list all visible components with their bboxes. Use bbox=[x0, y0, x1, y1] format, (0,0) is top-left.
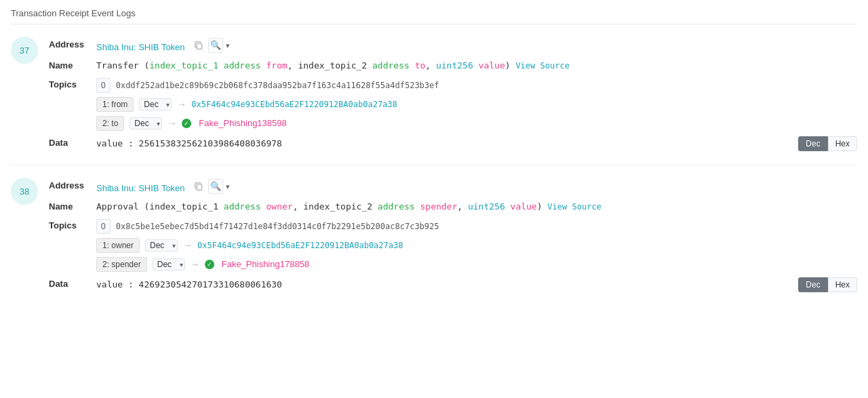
topic-decode-1-37[interactable]: Dec Hex bbox=[139, 98, 172, 111]
topic-label-2-37: 2: to bbox=[96, 116, 124, 131]
topic-row-2-38: 2: spender Dec Hex → ✓ Fake_Phishing1788… bbox=[96, 257, 857, 272]
data-label-38: Data bbox=[49, 277, 96, 289]
data-row-inner-38: value : 426923054270173310680061630 Dec … bbox=[96, 277, 857, 292]
topic-row-0-37: 0 0xddf252ad1be2c89b69c2b068fc378daa952b… bbox=[96, 78, 857, 93]
copy-button-38[interactable] bbox=[193, 182, 205, 191]
address-value-38: Shiba Inu: SHIB Token 🔍 ▾ bbox=[96, 179, 857, 195]
view-source-38[interactable]: View Source bbox=[547, 202, 601, 212]
topic-row-1-38: 1: owner Dec Hex → 0x5F464c94e93CEbd56aE… bbox=[96, 238, 857, 253]
phishing-icon-2-38: ✓ bbox=[205, 260, 214, 269]
log-body-37: Address Shiba Inu: SHIB Token 🔍 ▾ bbox=[49, 35, 857, 154]
name-label-38: Name bbox=[49, 200, 96, 212]
topics-container-38: 0 0x8c5be1e5ebec7d5bd14f71427d1e84f3dd03… bbox=[96, 219, 857, 272]
data-row-inner-37: value : 256153832562103986408036978 Dec … bbox=[96, 136, 857, 151]
address-link-37[interactable]: Shiba Inu: SHIB Token bbox=[96, 42, 185, 52]
topic-phishing-2-38[interactable]: Fake_Phishing178858 bbox=[222, 258, 309, 271]
data-row-38: Data value : 426923054270173310680061630… bbox=[49, 275, 857, 295]
data-buttons-37: Dec Hex bbox=[798, 136, 857, 151]
dec-button-38[interactable]: Dec bbox=[798, 277, 827, 292]
address-label-37: Address bbox=[49, 38, 96, 49]
topic-label-1-38: 1: owner bbox=[96, 238, 140, 253]
data-value-text-38: value : 426923054270173310680061630 bbox=[96, 278, 798, 292]
topics-row-37: Topics 0 0xddf252ad1be2c89b69c2b068fc378… bbox=[49, 75, 857, 134]
zoom-icon-38[interactable]: 🔍 bbox=[208, 179, 223, 194]
dec-button-37[interactable]: Dec bbox=[798, 136, 827, 151]
svg-rect-0 bbox=[197, 43, 201, 49]
log-entry-38: 38 Address Shiba Inu: SHIB Token 🔍 bbox=[11, 165, 857, 306]
topic-select-1-38[interactable]: Dec Hex bbox=[145, 239, 178, 252]
hex-button-37[interactable]: Hex bbox=[828, 136, 857, 151]
name-value-37: Transfer (index_topic_1 address from, in… bbox=[96, 59, 857, 73]
phishing-icon-2-37: ✓ bbox=[182, 119, 191, 128]
arrow-icon-1-37: → bbox=[177, 98, 186, 111]
svg-rect-1 bbox=[197, 184, 201, 190]
hex-button-38[interactable]: Hex bbox=[828, 277, 857, 292]
arrow-icon-2-38: → bbox=[191, 258, 199, 271]
topic-index-0-37: 0 bbox=[96, 78, 111, 93]
page-title: Transaction Receipt Event Logs bbox=[0, 0, 868, 24]
topic-row-1-37: 1: from Dec Hex → 0x5F464c94e93CEbd56aE2… bbox=[96, 97, 857, 112]
topic-label-2-38: 2: spender bbox=[96, 257, 147, 272]
topic-address-1-38[interactable]: 0x5F464c94e93CEbd56aE2F1220912BA0ab0a27a… bbox=[197, 239, 403, 252]
data-value-row-37: value : 256153832562103986408036978 Dec … bbox=[96, 136, 857, 151]
address-label-38: Address bbox=[49, 179, 96, 191]
address-link-38[interactable]: Shiba Inu: SHIB Token bbox=[96, 183, 185, 193]
address-row-38: Address Shiba Inu: SHIB Token 🔍 ▾ bbox=[49, 176, 857, 197]
data-value-text-37: value : 256153832562103986408036978 bbox=[96, 137, 798, 151]
arrow-icon-2-37: → bbox=[167, 117, 176, 130]
topics-label-38: Topics bbox=[49, 219, 96, 231]
copy-button-37[interactable] bbox=[193, 41, 205, 50]
topic-decode-1-38[interactable]: Dec Hex bbox=[145, 239, 178, 252]
topics-value-37: 0 0xddf252ad1be2c89b69c2b068fc378daa952b… bbox=[96, 78, 857, 131]
topic-address-1-37[interactable]: 0x5F464c94e93CEbd56aE2F1220912BA0ab0a27a… bbox=[191, 98, 397, 111]
topic-row-2-37: 2: to Dec Hex → ✓ Fake_Phishing138598 bbox=[96, 116, 857, 131]
name-label-37: Name bbox=[49, 59, 96, 71]
topics-row-38: Topics 0 0x8c5be1e5ebec7d5bd14f71427d1e8… bbox=[49, 216, 857, 275]
log-entry-37: 37 Address Shiba Inu: SHIB Token 🔍 bbox=[11, 24, 857, 165]
topic-select-1-37[interactable]: Dec Hex bbox=[139, 98, 172, 111]
data-row-37: Data value : 256153832562103986408036978… bbox=[49, 134, 857, 154]
chevron-down-icon-38[interactable]: ▾ bbox=[226, 181, 230, 193]
name-row-37: Name Transfer (index_topic_1 address fro… bbox=[49, 56, 857, 75]
topic-decode-2-38[interactable]: Dec Hex bbox=[153, 258, 185, 271]
chevron-down-icon-37[interactable]: ▾ bbox=[226, 40, 230, 52]
topic-select-2-37[interactable]: Dec Hex bbox=[130, 117, 162, 130]
topic-phishing-2-37[interactable]: Fake_Phishing138598 bbox=[199, 117, 286, 130]
log-container: 37 Address Shiba Inu: SHIB Token 🔍 bbox=[0, 24, 868, 306]
name-value-38: Approval (index_topic_1 address owner, i… bbox=[96, 200, 857, 214]
data-label-37: Data bbox=[49, 136, 96, 148]
log-index-37: 37 bbox=[11, 37, 38, 64]
topic-hash-0-37: 0xddf252ad1be2c89b69c2b068fc378daa952ba7… bbox=[116, 79, 439, 92]
data-buttons-38: Dec Hex bbox=[798, 277, 857, 292]
name-row-38: Name Approval (index_topic_1 address own… bbox=[49, 197, 857, 216]
header-controls-37: 🔍 ▾ bbox=[193, 38, 230, 53]
topic-index-0-38: 0 bbox=[96, 219, 111, 234]
address-value-37: Shiba Inu: SHIB Token 🔍 ▾ bbox=[96, 38, 857, 54]
topics-value-38: 0 0x8c5be1e5ebec7d5bd14f71427d1e84f3dd03… bbox=[96, 219, 857, 272]
topics-label-37: Topics bbox=[49, 78, 96, 89]
header-controls-38: 🔍 ▾ bbox=[193, 179, 230, 194]
topic-select-2-38[interactable]: Dec Hex bbox=[153, 258, 185, 271]
view-source-37[interactable]: View Source bbox=[515, 61, 569, 71]
topic-row-0-38: 0 0x8c5be1e5ebec7d5bd14f71427d1e84f3dd03… bbox=[96, 219, 857, 234]
address-row-37: Address Shiba Inu: SHIB Token 🔍 ▾ bbox=[49, 35, 857, 56]
arrow-icon-1-38: → bbox=[183, 239, 192, 252]
topic-hash-0-38: 0x8c5be1e5ebec7d5bd14f71427d1e84f3dd0314… bbox=[116, 220, 439, 233]
topics-container-37: 0 0xddf252ad1be2c89b69c2b068fc378daa952b… bbox=[96, 78, 857, 131]
data-value-row-38: value : 426923054270173310680061630 Dec … bbox=[96, 277, 857, 292]
zoom-icon-37[interactable]: 🔍 bbox=[208, 38, 223, 53]
log-index-38: 38 bbox=[11, 178, 38, 205]
log-body-38: Address Shiba Inu: SHIB Token 🔍 ▾ bbox=[49, 176, 857, 295]
topic-decode-2-37[interactable]: Dec Hex bbox=[130, 117, 162, 130]
topic-label-1-37: 1: from bbox=[96, 97, 134, 112]
